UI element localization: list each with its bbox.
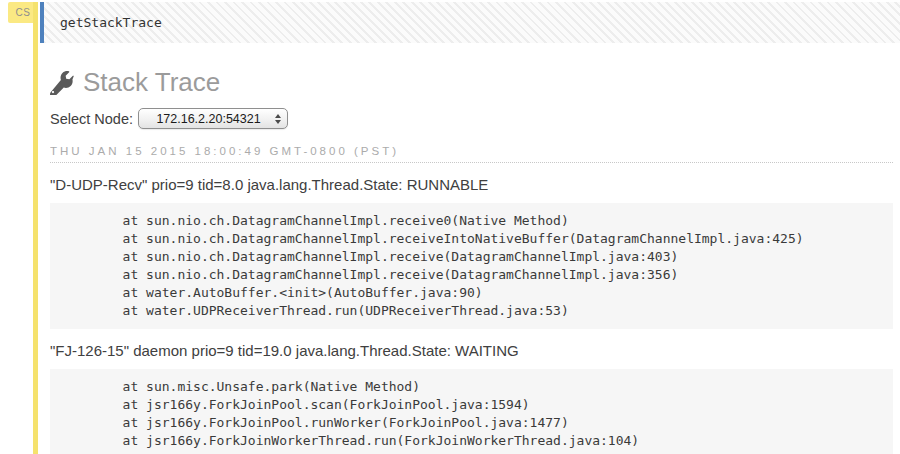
- cell-output: Stack Trace Select Node: 172.16.2.20:543…: [50, 67, 893, 454]
- page-title: Stack Trace: [83, 67, 220, 98]
- thread-list: "D-UDP-Recv" prio=9 tid=8.0 java.lang.Th…: [50, 176, 893, 454]
- node-select-row: Select Node: 172.16.2.20:54321: [50, 108, 893, 129]
- timestamp-header: THU JAN 15 2015 18:00:49 GMT-0800 (PST): [50, 145, 893, 163]
- select-stepper-icon: [275, 114, 281, 124]
- wrench-icon: [50, 71, 74, 95]
- node-select-dropdown[interactable]: 172.16.2.20:54321: [138, 108, 288, 129]
- thread-entry: "D-UDP-Recv" prio=9 tid=8.0 java.lang.Th…: [50, 176, 893, 329]
- stack-frames: at sun.nio.ch.DatagramChannelImpl.receiv…: [50, 203, 893, 329]
- flow-notebook-page: CS getStackTrace Stack Trace Select Node…: [0, 2, 900, 454]
- select-node-label: Select Node:: [50, 111, 133, 127]
- cell-highlight-line: [33, 2, 38, 454]
- node-select-value: 172.16.2.20:54321: [147, 112, 270, 126]
- cell-input-text[interactable]: getStackTrace: [60, 15, 162, 30]
- output-heading: Stack Trace: [50, 67, 893, 98]
- thread-header: "D-UDP-Recv" prio=9 tid=8.0 java.lang.Th…: [50, 176, 893, 193]
- stack-frames: at sun.misc.Unsafe.park(Native Method) a…: [50, 369, 893, 454]
- cell-input[interactable]: getStackTrace: [40, 2, 900, 43]
- thread-entry: "FJ-126-15" daemon prio=9 tid=19.0 java.…: [50, 342, 893, 454]
- thread-header: "FJ-126-15" daemon prio=9 tid=19.0 java.…: [50, 342, 893, 359]
